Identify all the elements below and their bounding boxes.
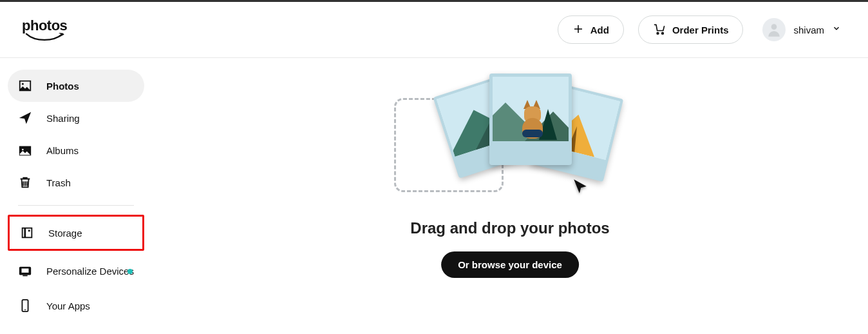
storage-icon bbox=[20, 226, 34, 240]
order-prints-button[interactable]: Order Prints bbox=[638, 15, 744, 44]
svg-point-14 bbox=[24, 309, 26, 311]
svg-rect-6 bbox=[23, 228, 32, 238]
albums-icon bbox=[18, 143, 32, 157]
account-name: shivam bbox=[793, 25, 824, 35]
svg-point-3 bbox=[22, 83, 24, 85]
sidebar-item-label: Storage bbox=[48, 228, 82, 239]
send-icon bbox=[18, 111, 32, 125]
sidebar-item-label: Sharing bbox=[46, 113, 80, 124]
header-actions: Add Order Prints shivam bbox=[558, 15, 846, 44]
trash-icon bbox=[18, 175, 32, 190]
phone-icon bbox=[18, 299, 32, 313]
sidebar-separator bbox=[18, 205, 134, 206]
app-header: photos Add Order Prints bbox=[0, 2, 868, 58]
chevron-down-icon bbox=[832, 24, 841, 35]
svg-rect-8 bbox=[28, 230, 30, 231]
sidebar-item-albums[interactable]: Albums bbox=[8, 134, 144, 166]
avatar bbox=[762, 18, 786, 41]
order-prints-label: Order Prints bbox=[672, 25, 729, 35]
plus-icon bbox=[572, 23, 584, 37]
sidebar-item-trash[interactable]: Trash bbox=[8, 166, 144, 199]
illustration-photo-center bbox=[489, 74, 572, 165]
sidebar-item-personalize-devices[interactable]: Personalize Devices bbox=[8, 253, 144, 290]
add-button[interactable]: Add bbox=[558, 15, 624, 44]
sidebar-item-storage[interactable]: Storage bbox=[10, 217, 141, 249]
svg-rect-11 bbox=[22, 268, 29, 272]
sidebar-item-label: Your Apps bbox=[46, 300, 90, 311]
sidebar-item-label: Personalize Devices bbox=[46, 266, 134, 277]
sidebar-item-label: Albums bbox=[46, 145, 79, 156]
sidebar-item-photos[interactable]: Photos bbox=[8, 70, 144, 102]
svg-point-0 bbox=[657, 32, 659, 34]
main-area: Photos Sharing Albums Trash bbox=[0, 58, 868, 334]
cursor-icon bbox=[572, 178, 589, 197]
devices-icon bbox=[18, 264, 32, 279]
browse-device-button[interactable]: Or browse your device bbox=[441, 251, 579, 278]
smile-icon bbox=[24, 33, 65, 42]
photo-icon bbox=[18, 79, 32, 93]
sidebar-item-your-apps[interactable]: Your Apps bbox=[8, 290, 144, 322]
add-button-label: Add bbox=[590, 25, 609, 35]
sidebar: Photos Sharing Albums Trash bbox=[0, 58, 152, 334]
account-menu[interactable]: shivam bbox=[757, 15, 846, 44]
sidebar-item-label: Trash bbox=[46, 177, 71, 188]
logo-text: photos bbox=[22, 17, 67, 34]
upload-illustration bbox=[394, 70, 587, 205]
svg-point-1 bbox=[662, 32, 664, 34]
svg-point-2 bbox=[771, 24, 777, 30]
svg-point-5 bbox=[22, 149, 24, 151]
storage-highlight-box: Storage bbox=[8, 215, 144, 251]
content-area: Drag and drop your photos Or browse your… bbox=[152, 58, 868, 334]
svg-rect-7 bbox=[24, 228, 26, 238]
notification-dot-icon bbox=[127, 269, 133, 274]
sidebar-item-sharing[interactable]: Sharing bbox=[8, 102, 144, 134]
svg-rect-12 bbox=[23, 275, 27, 277]
app-logo[interactable]: photos bbox=[22, 17, 67, 42]
cart-icon bbox=[653, 23, 666, 37]
upload-headline: Drag and drop your photos bbox=[152, 219, 868, 237]
sidebar-item-label: Photos bbox=[46, 81, 79, 92]
